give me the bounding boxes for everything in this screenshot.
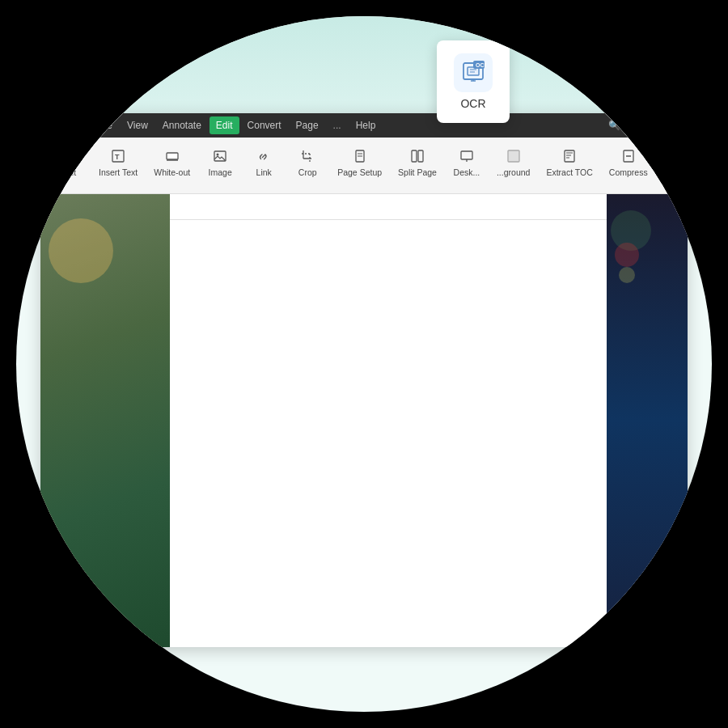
toolbar-desk[interactable]: Desk... [447,144,487,181]
toolbar-edit-label: Edit [61,168,76,178]
toolbar-split-page[interactable]: Split Page [392,144,443,181]
svg-rect-18 [565,150,574,162]
menu-help[interactable]: Help [349,116,383,134]
page-setup-icon [351,147,369,165]
toolbar-compress-label: Compress [609,168,648,178]
toolbar-crop[interactable]: Crop [287,144,328,181]
toolbar-page-setup-label: Page Setup [337,168,382,178]
svg-rect-14 [418,150,423,162]
svg-rect-17 [508,150,519,162]
menu-annotate[interactable]: Annotate [156,116,208,134]
menu-view[interactable]: View [121,116,154,134]
menu-edit[interactable]: Edit [210,116,239,134]
svg-text:OCR: OCR [476,62,486,68]
menu-convert[interactable]: Convert [241,116,288,134]
svg-rect-2 [167,153,178,159]
toolbar-link-label: Link [256,168,272,178]
crop-icon [298,147,316,165]
toolbar-split-page-label: Split Page [398,168,437,178]
whiteout-icon [163,147,181,165]
toolbar-extract-toc-label: Extract TOC [546,168,592,178]
insert-text-icon: T [109,147,127,165]
edit-icon [60,147,78,165]
app-circle: ◀ ↻ Home View Annotate Edit Convert Page… [16,16,712,712]
svg-text:T: T [115,153,120,161]
ocr-label: OCR [460,97,485,110]
refresh-icon[interactable]: ↻ [63,118,74,133]
toolbar: Edit T Insert Text Whit [40,138,688,194]
ocr-icon-box: OCR [454,53,493,92]
toolbar-link[interactable]: Link [243,144,284,181]
toolbar-whiteout[interactable]: White-out [147,144,197,181]
svg-rect-13 [412,150,417,162]
toolbar-page-setup[interactable]: Page Setup [331,144,388,181]
menu-search[interactable]: 🔍 Search Tools [608,120,679,131]
toolbar-insert-text[interactable]: T Insert Text [92,144,144,181]
toolbar-extract-toc[interactable]: Extract TOC [540,144,599,181]
menu-page[interactable]: Page [290,116,325,134]
background-icon [505,147,523,165]
desk-icon [458,147,476,165]
toolbar-image[interactable]: Image [200,144,240,181]
toolbar-edit[interactable]: Edit [49,144,89,181]
svg-point-5 [217,154,219,156]
link-icon [255,147,273,165]
toolbar-background-label: ...ground [497,168,530,178]
compress-icon [620,147,637,165]
menu-bar: ◀ ↻ Home View Annotate Edit Convert Page… [40,113,688,138]
toolbar-desk-label: Desk... [454,168,480,178]
toolbar-background[interactable]: ...ground [490,144,536,181]
app-window: ◀ ↻ Home View Annotate Edit Convert Page… [40,113,688,647]
image-icon [211,147,229,165]
menu-home[interactable]: Home [80,116,119,134]
svg-rect-15 [461,151,472,159]
toolbar-insert-text-label: Insert Text [99,168,138,178]
toolbar-image-label: Image [209,168,232,178]
ocr-icon: OCR [460,60,486,86]
back-icon[interactable]: ◀ [49,120,57,132]
menu-more[interactable]: ... [327,116,348,134]
toolbar-compress[interactable]: Compress [603,144,654,181]
toolbar-crop-label: Crop [298,168,317,178]
search-icon: 🔍 [608,120,620,131]
toolbar-whiteout-label: White-out [154,168,190,178]
search-label: Search Tools [624,120,679,131]
ocr-popup: OCR OCR [437,40,510,123]
split-page-icon [408,147,426,165]
extract-toc-icon [561,147,578,165]
